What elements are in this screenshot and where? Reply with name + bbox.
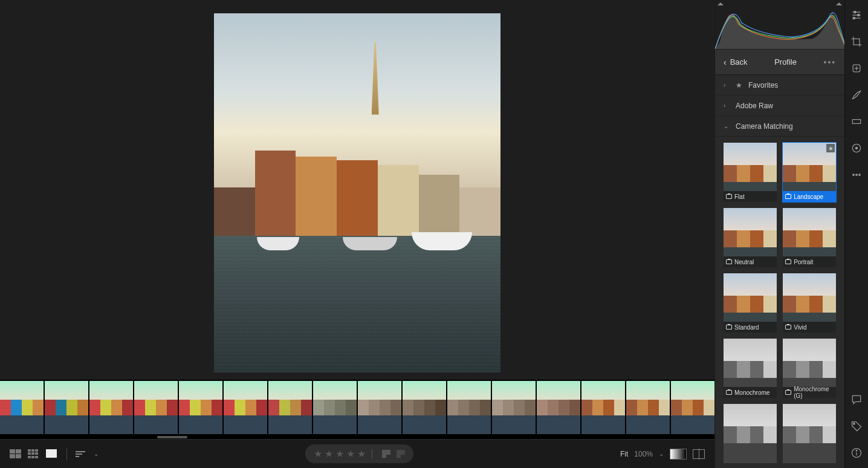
profile-tile-neutral[interactable]: Neutral (724, 208, 777, 267)
main-area: ⌄ ★ ★ ★ ★ ★ Fit 100% ⌄ (0, 0, 714, 468)
back-button[interactable]: ‹ Back (724, 57, 748, 67)
edit-panel: ‹ Back Profile ••• › ★ Favorites › Adobe… (714, 0, 844, 468)
zoom-fit-button[interactable]: Fit (620, 450, 628, 458)
filmstrip-thumb[interactable] (224, 381, 267, 434)
tool-strip (844, 0, 868, 468)
filmstrip-scrollbar[interactable] (0, 435, 714, 439)
profile-name: Flat (734, 193, 745, 200)
chevron-left-icon: ‹ (724, 57, 727, 67)
profile-tile-monochrome-g-[interactable]: Monochrome (G) (783, 339, 836, 398)
info-button[interactable] (850, 446, 863, 460)
flag-reject[interactable] (397, 450, 405, 458)
zoom-value[interactable]: 100% (634, 450, 653, 458)
profile-tile-flat[interactable]: Flat (724, 143, 777, 202)
star-5[interactable]: ★ (357, 448, 366, 460)
info-overlay-toggle[interactable] (670, 449, 687, 460)
camera-icon (785, 194, 791, 199)
profile-tile-vivid[interactable]: Vivid (783, 273, 836, 333)
profile-tile-landscape[interactable]: ★Landscape (783, 143, 836, 202)
svg-point-3 (858, 14, 860, 16)
filmstrip-thumb[interactable] (358, 381, 401, 434)
star-3[interactable]: ★ (335, 448, 344, 460)
svg-point-15 (853, 423, 855, 425)
profile-tile-portrait[interactable]: Portrait (783, 208, 836, 267)
chevron-right-icon: › (724, 102, 730, 109)
view-grid-large-button[interactable] (10, 449, 22, 459)
filmstrip-thumb[interactable] (671, 381, 714, 434)
star-4[interactable]: ★ (346, 448, 355, 460)
radial-gradient-tool[interactable] (850, 141, 863, 155)
highlight-clip-indicator[interactable] (836, 2, 842, 5)
view-grid-small-button[interactable] (28, 449, 40, 459)
histogram[interactable] (715, 0, 844, 50)
star-2[interactable]: ★ (325, 448, 333, 460)
more-tools[interactable] (850, 168, 863, 181)
sort-button[interactable] (76, 451, 85, 457)
bottom-toolbar: ⌄ ★ ★ ★ ★ ★ Fit 100% ⌄ (0, 439, 714, 468)
healing-brush-tool[interactable] (850, 62, 863, 75)
panel-header: ‹ Back Profile ••• (715, 50, 844, 75)
filmstrip-thumb[interactable] (447, 381, 491, 434)
star-1[interactable]: ★ (314, 448, 322, 460)
panel-more-button[interactable]: ••• (824, 57, 837, 67)
profile-tile-partial[interactable] (724, 404, 777, 463)
camera-icon (785, 325, 791, 330)
profiles-grid: Flat★LandscapeNeutralPortraitStandardViv… (715, 137, 844, 468)
crop-tool[interactable] (850, 35, 863, 48)
adobe-raw-label: Adobe Raw (736, 102, 773, 110)
star-icon: ★ (736, 81, 742, 89)
keywords-button[interactable] (850, 420, 863, 433)
filmstrip-thumb[interactable] (492, 381, 536, 434)
filmstrip-thumb[interactable] (581, 381, 625, 434)
linear-gradient-tool[interactable] (850, 115, 863, 128)
svg-point-11 (855, 147, 857, 149)
section-adobe-raw[interactable]: › Adobe Raw (715, 96, 844, 116)
filmstrip-thumb[interactable] (0, 381, 44, 434)
profile-tile-monochrome[interactable]: Monochrome (724, 339, 777, 398)
edit-sliders-tool[interactable] (850, 8, 863, 22)
back-label: Back (730, 57, 748, 67)
svg-point-5 (853, 17, 855, 19)
canvas[interactable] (0, 0, 714, 380)
profile-name: Monochrome (G) (794, 386, 834, 399)
favorite-star-icon[interactable]: ★ (826, 144, 835, 152)
profile-name: Portrait (794, 259, 813, 265)
svg-point-12 (853, 174, 855, 176)
zoom-dropdown[interactable]: ⌄ (659, 450, 664, 457)
panel-title: Profile (748, 57, 824, 67)
camera-icon (785, 259, 791, 264)
profile-name: Vivid (794, 324, 807, 331)
main-image[interactable] (214, 13, 500, 372)
camera-icon (726, 325, 732, 330)
section-camera-matching[interactable]: ⌄ Camera Matching (715, 116, 844, 137)
brush-tool[interactable] (850, 88, 863, 102)
svg-rect-9 (852, 120, 860, 124)
view-single-button[interactable] (46, 449, 58, 459)
profile-tile-standard[interactable]: Standard (724, 273, 777, 333)
compare-view-button[interactable] (693, 449, 705, 459)
svg-point-1 (854, 11, 856, 13)
filmstrip-thumb[interactable] (179, 381, 222, 434)
filmstrip-thumb[interactable] (313, 381, 357, 434)
shadow-clip-indicator[interactable] (717, 2, 724, 5)
camera-icon (726, 194, 732, 199)
filmstrip[interactable] (0, 380, 714, 435)
sort-dropdown[interactable]: ⌄ (94, 450, 99, 457)
favorites-label: Favorites (748, 81, 778, 89)
chevron-right-icon: › (724, 82, 730, 88)
filmstrip-thumb[interactable] (45, 381, 88, 434)
filmstrip-thumb[interactable] (268, 381, 312, 434)
filmstrip-thumb[interactable] (403, 381, 446, 434)
section-favorites[interactable]: › ★ Favorites (715, 75, 844, 96)
profile-name: Landscape (794, 193, 823, 200)
svg-point-14 (859, 174, 861, 176)
comments-button[interactable] (850, 393, 863, 406)
filmstrip-thumb[interactable] (89, 381, 133, 434)
flag-pick[interactable] (382, 450, 390, 458)
filmstrip-thumb[interactable] (134, 381, 178, 434)
filmstrip-thumb[interactable] (537, 381, 580, 434)
camera-icon (785, 390, 791, 395)
filmstrip-thumb[interactable] (626, 381, 670, 434)
profile-name: Neutral (734, 259, 754, 265)
profile-tile-partial[interactable] (783, 404, 836, 463)
